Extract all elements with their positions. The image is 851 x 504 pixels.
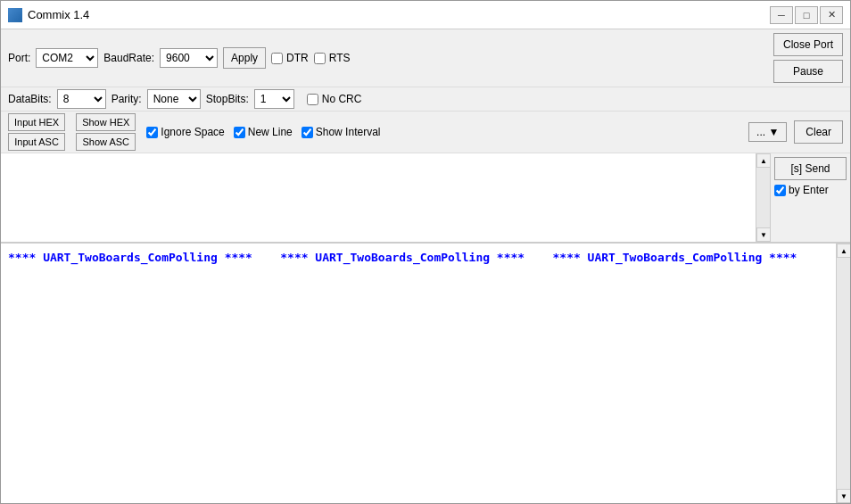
input-asc-button[interactable]: Input ASC	[8, 133, 65, 151]
new-line-label: New Line	[248, 126, 293, 138]
new-line-wrap: New Line	[234, 126, 293, 138]
toolbar-row-1b: DataBits: 8 Parity: None StopBits: 1 No …	[1, 87, 850, 112]
output-scroll-track	[837, 258, 850, 489]
stopbits-select[interactable]: 1	[254, 89, 294, 109]
no-crc-checkbox[interactable]	[307, 94, 318, 105]
app-icon	[8, 8, 22, 22]
close-port-button[interactable]: Close Port	[773, 33, 843, 56]
parity-select[interactable]: None	[147, 89, 201, 109]
dots-btn-wrap: ... ▼	[748, 122, 787, 142]
show-interval-label: Show Interval	[316, 126, 381, 138]
scroll-up-arrow[interactable]: ▲	[756, 153, 771, 168]
input-section: ▲ ▼ [s] Send by Enter	[1, 153, 850, 243]
show-hex-button[interactable]: Show HEX	[76, 113, 136, 131]
output-text: **** UART_TwoBoards_ComPolling **** ****…	[1, 244, 836, 503]
scroll-down-arrow[interactable]: ▼	[756, 227, 771, 242]
no-crc-wrap: No CRC	[307, 93, 362, 105]
send-section: [s] Send by Enter	[770, 153, 850, 242]
show-interval-wrap: Show Interval	[302, 126, 381, 138]
window-controls: ─ □ ✕	[770, 6, 843, 24]
stopbits-label: StopBits:	[206, 93, 249, 105]
input-hex-button[interactable]: Input HEX	[8, 113, 65, 131]
by-enter-label: by Enter	[789, 184, 829, 196]
dtr-wrap: DTR	[271, 52, 309, 64]
close-button[interactable]: ✕	[820, 6, 843, 24]
dtr-label: DTR	[286, 52, 309, 64]
title-bar: Commix 1.4 ─ □ ✕	[1, 1, 850, 29]
show-asc-button[interactable]: Show ASC	[76, 133, 136, 151]
output-scroll-down[interactable]: ▼	[837, 489, 850, 503]
output-section: **** UART_TwoBoards_ComPolling **** ****…	[1, 243, 850, 503]
toolbar-row-1: Port: COM2 BaudRate: 9600 Apply DTR RTS …	[1, 29, 850, 87]
ignore-space-label: Ignore Space	[161, 126, 224, 138]
databits-select[interactable]: 8	[57, 89, 106, 109]
right-btn-group: Close Port Pause	[773, 33, 843, 83]
port-select[interactable]: COM2	[36, 48, 98, 68]
rts-checkbox[interactable]	[314, 53, 326, 64]
pause-button[interactable]: Pause	[773, 60, 843, 83]
ignore-space-checkbox[interactable]	[146, 127, 158, 138]
rts-wrap: RTS	[314, 52, 351, 64]
parity-label: Parity:	[112, 93, 142, 105]
dots-dropdown-button[interactable]: ... ▼	[748, 122, 787, 142]
port-label: Port:	[8, 52, 30, 64]
new-line-checkbox[interactable]	[234, 127, 245, 138]
scroll-track	[756, 168, 770, 227]
send-button[interactable]: [s] Send	[774, 157, 847, 180]
apply-button[interactable]: Apply	[223, 47, 266, 69]
rts-label: RTS	[329, 52, 351, 64]
toolbar-row-2: Input HEX Input ASC Show HEX Show ASC Ig…	[1, 112, 850, 153]
by-enter-checkbox[interactable]	[774, 185, 786, 196]
window-title: Commix 1.4	[28, 8, 770, 21]
clear-button[interactable]: Clear	[794, 120, 843, 144]
databits-label: DataBits:	[8, 93, 52, 105]
main-window: Commix 1.4 ─ □ ✕ Port: COM2 BaudRate: 96…	[0, 0, 851, 504]
baudrate-select[interactable]: 9600	[160, 48, 218, 68]
dtr-checkbox[interactable]	[271, 53, 283, 64]
filter-area: Ignore Space New Line Show Interval	[146, 126, 745, 138]
show-interval-checkbox[interactable]	[302, 127, 313, 138]
show-hex-asc-buttons: Show HEX Show ASC	[76, 113, 136, 151]
minimize-button[interactable]: ─	[770, 6, 793, 24]
output-scroll-up[interactable]: ▲	[837, 244, 850, 258]
maximize-button[interactable]: □	[795, 6, 818, 24]
no-crc-label: No CRC	[322, 93, 362, 105]
input-textarea[interactable]	[1, 153, 756, 242]
by-enter-wrap: by Enter	[774, 184, 847, 196]
ignore-space-wrap: Ignore Space	[146, 126, 224, 138]
input-scrollbar[interactable]: ▲ ▼	[756, 153, 770, 242]
output-scrollbar[interactable]: ▲ ▼	[836, 244, 850, 503]
baudrate-label: BaudRate:	[103, 52, 154, 64]
hex-asc-buttons: Input HEX Input ASC	[8, 113, 65, 151]
